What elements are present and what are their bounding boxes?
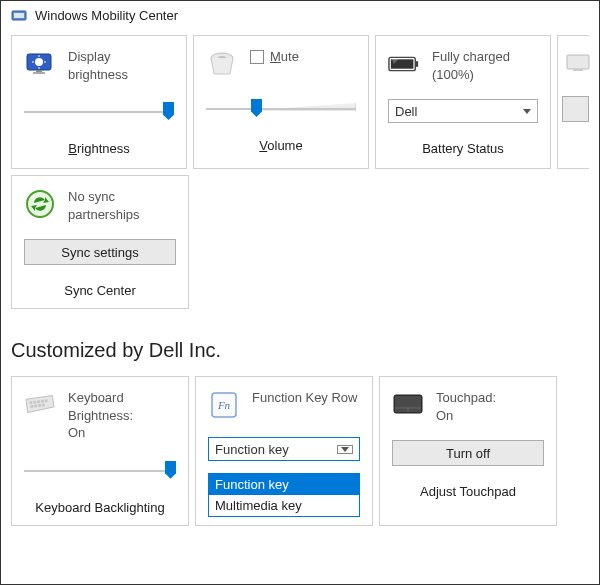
slider-thumb[interactable] [251,99,262,117]
footer-rest: rightness [77,141,130,156]
tile-footer: Battery Status [376,131,550,166]
tile-header: Keyboard Brightness: On [12,377,188,448]
tile-header: No sync partnerships [12,176,188,229]
brightness-icon [24,48,56,80]
screen-icon [562,48,594,80]
tile-cutoff [557,35,589,169]
tile-header: Fully charged (100%) [376,36,550,89]
mute-control: Mute [250,48,299,66]
window-title: Windows Mobility Center [35,8,178,23]
keyboard-icon [24,389,56,421]
chevron-down-icon [523,109,531,114]
tile-header: Touchpad: On [380,377,556,430]
label-line: No sync [68,189,115,204]
chevron-down-icon [341,447,349,452]
speaker-icon [206,48,238,80]
tile-header: Fn Function Key Row [196,377,372,427]
label-line: Display [68,49,111,64]
svg-rect-15 [567,55,589,69]
tile-footer: Volume [194,128,368,163]
tile-header: Mute [194,36,368,86]
footer-hotkey: B [68,141,77,156]
mute-label: Mute [270,48,299,66]
dropdown-button[interactable] [337,445,353,454]
tile-display-brightness: Display brightness Brightness [11,35,187,169]
svg-rect-20 [37,400,40,403]
slider-thumb[interactable] [163,102,174,120]
svg-rect-22 [45,399,48,402]
label-line: Fully charged [432,49,510,64]
svg-rect-14 [415,61,418,67]
button-label: Sync settings [61,245,138,260]
title-bar: Windows Mobility Center [1,1,599,29]
label-line: partnerships [68,207,140,222]
slider-thumb[interactable] [165,461,176,479]
tile-control-area [194,86,368,128]
label-line: Brightness: [68,408,133,423]
turn-off-touchpad-button[interactable]: Turn off [392,440,544,466]
touchpad-icon [392,389,424,421]
tile-header: Display brightness [12,36,186,89]
tile-keyboard-backlighting: Keyboard Brightness: On Keyboard Backlig… [11,376,189,526]
label-line: On [68,425,85,440]
label-line: Keyboard [68,390,124,405]
label-line: Touchpad: [436,390,496,405]
function-key-select[interactable]: Function key [208,437,360,461]
tile-header [558,36,589,86]
tile-label: Function Key Row [252,389,358,407]
brightness-slider[interactable] [24,102,174,120]
select-value: Dell [395,104,417,119]
fn-key-icon: Fn [208,389,240,421]
svg-rect-26 [42,404,45,407]
select-value: Function key [215,442,289,457]
tile-control-area: Turn off [380,430,556,474]
mute-checkbox[interactable] [250,50,264,64]
tile-sync-center: No sync partnerships Sync settings Sync … [11,175,189,309]
tile-control-area [12,448,188,490]
volume-slider[interactable] [206,99,356,117]
function-key-dropdown-list: Function key Multimedia key [208,473,360,517]
tile-footer: Adjust Touchpad [380,474,556,509]
tile-battery-status: Fully charged (100%) Dell Battery Status [375,35,551,169]
svg-rect-23 [31,405,34,408]
svg-rect-25 [38,404,41,407]
tile-control-area: Dell [376,89,550,131]
button-label: Turn off [446,446,490,461]
vendor-heading: Customized by Dell Inc. [1,309,599,370]
tile-label: Fully charged (100%) [432,48,510,83]
svg-text:Fn: Fn [217,399,231,411]
svg-point-17 [27,191,53,217]
tile-label: No sync partnerships [68,188,140,223]
power-plan-select[interactable]: Dell [388,99,538,123]
tile-row-2: No sync partnerships Sync settings Sync … [1,169,599,309]
dropdown-option-function-key[interactable]: Function key [209,474,359,495]
svg-rect-18 [30,401,33,404]
tile-label: Display brightness [68,48,128,83]
dropdown-option-multimedia-key[interactable]: Multimedia key [209,495,359,516]
label-line: On [436,408,453,423]
tile-control-area: Sync settings [12,229,188,273]
svg-point-3 [35,58,43,66]
svg-rect-21 [41,400,44,403]
svg-rect-1 [14,13,24,18]
tile-control-area: Function key [196,427,372,469]
tile-label: Touchpad: On [436,389,496,424]
tile-function-key-row: Fn Function Key Row Function key Functio… [195,376,373,526]
sync-icon [24,188,56,220]
svg-rect-9 [33,72,45,74]
tile-row-3: Keyboard Brightness: On Keyboard Backlig… [1,370,599,526]
label-line: (100%) [432,67,474,82]
mobility-center-icon [11,7,27,23]
tile-volume: Mute Volume [193,35,369,169]
footer-rest: olume [267,138,302,153]
tile-footer: Brightness [12,131,186,166]
tile-control-area [12,89,186,131]
svg-rect-24 [34,405,37,408]
svg-rect-19 [33,401,36,404]
sync-settings-button[interactable]: Sync settings [24,239,176,265]
svg-rect-16 [573,69,583,71]
tile-touchpad: Touchpad: On Turn off Adjust Touchpad [379,376,557,526]
svg-rect-8 [36,70,42,72]
keyboard-brightness-slider[interactable] [24,461,176,479]
tile-footer: Keyboard Backlighting [12,490,188,525]
